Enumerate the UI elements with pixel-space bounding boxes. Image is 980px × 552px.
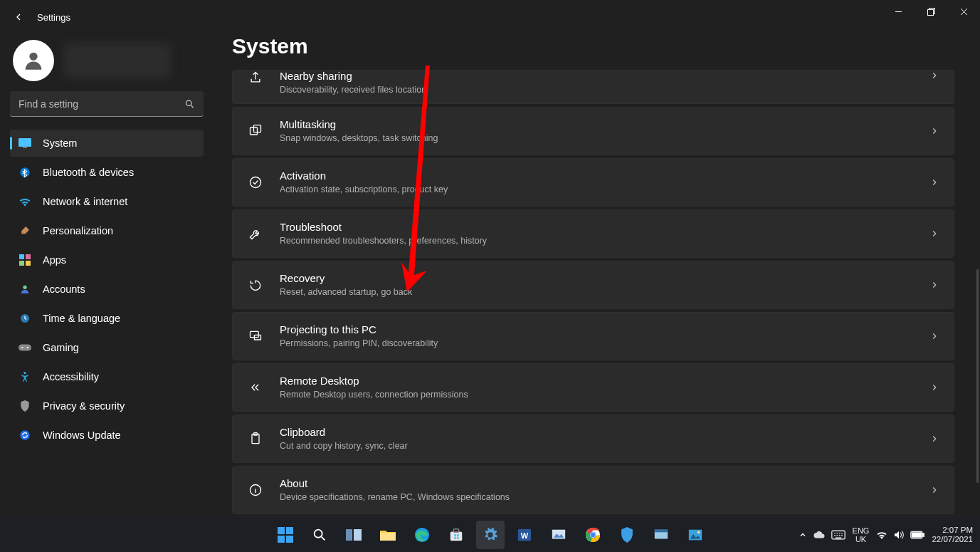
tray-language[interactable]: ENG UK (853, 526, 870, 543)
setting-title: Recovery (280, 271, 929, 286)
setting-remote-desktop[interactable]: Remote Desktop Remote Desktop users, con… (232, 363, 954, 412)
svg-rect-37 (456, 534, 458, 536)
tray-keyboard-icon[interactable] (831, 530, 845, 540)
nav-list: System Bluetooth & devices Network & int… (10, 130, 204, 449)
maximize-button[interactable] (915, 0, 947, 23)
avatar[interactable] (13, 40, 54, 81)
setting-sub: Activation state, subscriptions, product… (280, 183, 929, 196)
svg-rect-7 (26, 254, 31, 259)
setting-title: Clipboard (280, 425, 929, 439)
taskbar-security[interactable] (613, 521, 641, 549)
search-box[interactable] (10, 91, 204, 117)
sidebar-item-system[interactable]: System (10, 130, 204, 157)
bluetooth-icon (19, 166, 31, 179)
setting-title: Remote Desktop (280, 374, 929, 388)
svg-point-10 (23, 286, 26, 289)
sidebar-item-accessibility[interactable]: Accessibility (10, 363, 204, 390)
svg-rect-31 (354, 529, 362, 541)
svg-rect-30 (346, 529, 352, 541)
setting-title: About (280, 477, 929, 491)
tray-volume-icon[interactable] (893, 530, 905, 540)
setting-nearby-sharing[interactable]: Nearby sharing Discoverability, received… (232, 70, 954, 104)
sidebar-item-personalization[interactable]: Personalization (10, 217, 204, 244)
setting-about[interactable]: About Device specifications, rename PC, … (232, 466, 954, 514)
setting-projecting[interactable]: Projecting to this PC Permissions, pairi… (232, 312, 954, 360)
taskbar-app-generic1[interactable] (544, 521, 573, 549)
sidebar: System Bluetooth & devices Network & int… (0, 34, 214, 518)
tray-battery-icon[interactable] (910, 531, 924, 539)
taskbar-taskview[interactable] (339, 521, 368, 549)
sidebar-item-network[interactable]: Network & internet (10, 188, 204, 215)
svg-point-16 (20, 430, 29, 439)
svg-rect-54 (912, 533, 922, 537)
accessibility-icon (19, 370, 31, 383)
recovery-icon (247, 278, 264, 292)
svg-rect-28 (286, 536, 293, 543)
monitor-icon (19, 137, 31, 150)
taskbar-chrome[interactable] (579, 521, 607, 549)
clock-icon (19, 312, 31, 325)
chevron-right-icon (929, 434, 939, 444)
sidebar-item-label: Windows Update (43, 429, 121, 441)
sidebar-item-gaming[interactable]: Gaming (10, 334, 204, 361)
taskbar-app-generic2[interactable] (647, 521, 675, 549)
share-icon (247, 71, 264, 85)
scrollbar[interactable] (976, 269, 979, 483)
setting-sub: Permissions, pairing PIN, discoverabilit… (280, 337, 929, 350)
taskbar-settings[interactable] (476, 521, 505, 549)
taskbar: W ENG UK 2:07 PM 22/07/2021 (0, 518, 980, 552)
back-button[interactable] (6, 4, 31, 30)
setting-activation[interactable]: Activation Activation state, subscriptio… (232, 158, 954, 207)
setting-recovery[interactable]: Recovery Reset, advanced startup, go bac… (232, 261, 954, 309)
app-title: Settings (37, 12, 70, 23)
multitask-icon (247, 124, 264, 138)
apps-icon (19, 254, 31, 266)
search-input[interactable] (10, 91, 204, 117)
setting-sub: Remote Desktop users, connection permiss… (280, 388, 929, 401)
tray-chevron-up-icon[interactable] (799, 531, 807, 539)
sync-icon (19, 429, 31, 442)
sidebar-item-bluetooth[interactable]: Bluetooth & devices (10, 159, 204, 186)
tray-wifi-icon[interactable] (876, 530, 887, 540)
setting-title: Troubleshoot (280, 220, 929, 234)
sidebar-item-apps[interactable]: Apps (10, 246, 204, 274)
close-button[interactable] (947, 0, 980, 23)
svg-point-19 (251, 177, 261, 188)
svg-rect-3 (19, 138, 31, 147)
svg-rect-26 (286, 527, 293, 534)
tray-clock[interactable]: 2:07 PM 22/07/2021 (932, 526, 973, 544)
sidebar-item-label: Personalization (43, 225, 113, 236)
sidebar-item-accounts[interactable]: Accounts (10, 276, 204, 303)
remote-icon (247, 380, 264, 395)
taskbar-store[interactable] (442, 521, 470, 549)
setting-sub: Snap windows, desktops, task switching (280, 132, 929, 145)
sidebar-item-privacy[interactable]: Privacy & security (10, 392, 204, 420)
sidebar-item-label: Bluetooth & devices (43, 167, 134, 178)
chevron-right-icon (929, 229, 939, 239)
taskbar-edge[interactable] (408, 521, 436, 549)
svg-point-29 (314, 530, 322, 538)
sidebar-item-time-language[interactable]: Time & language (10, 305, 204, 332)
tray-onedrive-icon[interactable] (813, 531, 826, 539)
content: System Nearby sharing Discoverability, r… (214, 34, 980, 518)
setting-sub: Device specifications, rename PC, Window… (280, 491, 929, 504)
info-icon (247, 483, 264, 497)
sidebar-item-label: Accounts (43, 283, 85, 295)
shield-icon (19, 400, 31, 412)
taskbar-explorer[interactable] (374, 521, 402, 549)
sidebar-item-windows-update[interactable]: Windows Update (10, 422, 204, 449)
setting-clipboard[interactable]: Clipboard Cut and copy history, sync, cl… (232, 415, 954, 463)
taskbar-start[interactable] (271, 521, 300, 549)
project-icon (247, 329, 264, 343)
taskbar-photos[interactable] (681, 521, 710, 549)
taskbar-search[interactable] (305, 521, 334, 549)
svg-rect-12 (19, 345, 31, 351)
taskbar-word[interactable]: W (510, 521, 539, 549)
setting-multitasking[interactable]: Multitasking Snap windows, desktops, tas… (232, 107, 954, 155)
sidebar-item-label: Gaming (43, 342, 79, 353)
svg-rect-1 (927, 9, 933, 15)
svg-rect-32 (380, 533, 396, 541)
minimize-button[interactable] (882, 0, 915, 23)
chevron-right-icon (929, 280, 939, 290)
setting-troubleshoot[interactable]: Troubleshoot Recommended troubleshooters… (232, 209, 954, 258)
